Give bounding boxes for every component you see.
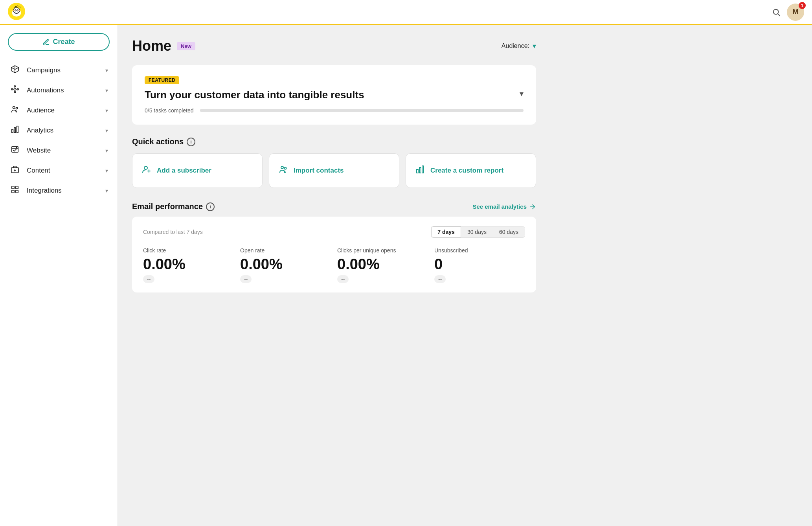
logo[interactable]: [8, 3, 25, 22]
create-report-label: Create a custom report: [430, 167, 503, 175]
open-rate-label: Open rate: [240, 247, 331, 254]
unsubscribed-change: --: [434, 275, 446, 283]
quick-actions-info-icon[interactable]: i: [187, 138, 195, 146]
create-label: Create: [53, 38, 75, 46]
audience-label: Audience:: [502, 42, 529, 50]
featured-card: FEATURED Turn your customer data into ta…: [132, 65, 536, 125]
svg-line-12: [778, 14, 780, 16]
svg-rect-32: [12, 186, 14, 189]
metric-click-rate: Click rate 0.00% --: [143, 247, 234, 283]
metrics-row: Click rate 0.00% -- Open rate 0.00% -- C…: [143, 247, 525, 283]
automations-icon: [9, 85, 20, 96]
automations-chevron: ▾: [105, 87, 108, 94]
metric-clicks-unique: Clicks per unique opens 0.00% --: [337, 247, 428, 283]
topbar: M 1: [0, 0, 812, 25]
page-title: Home: [132, 38, 171, 54]
create-button[interactable]: Create: [8, 33, 110, 51]
svg-point-22: [13, 107, 15, 109]
progress-text: 0/5 tasks completed: [145, 107, 194, 114]
app-body: Create Campaigns ▾: [0, 25, 812, 526]
svg-rect-41: [417, 169, 418, 173]
main-content: Home New Audience: ▾ FEATURED Turn your …: [118, 25, 812, 526]
add-subscriber-card[interactable]: Add a subscriber: [132, 153, 263, 188]
analytics-icon: [9, 125, 20, 136]
featured-card-header: Turn your customer data into tangible re…: [145, 89, 524, 107]
import-contacts-card[interactable]: Import contacts: [269, 153, 399, 188]
content-icon: [9, 165, 20, 176]
search-button[interactable]: [772, 8, 781, 17]
email-perf-title: Email performance: [132, 202, 203, 211]
quick-actions-header: Quick actions i: [132, 137, 536, 146]
integrations-label: Integrations: [27, 187, 99, 195]
svg-point-40: [285, 167, 287, 169]
perf-top-row: Compared to last 7 days 7 days 30 days 6…: [143, 226, 525, 238]
create-report-card[interactable]: Create a custom report: [406, 153, 536, 188]
website-icon: [9, 145, 20, 156]
metric-open-rate: Open rate 0.00% --: [240, 247, 331, 283]
integrations-chevron: ▾: [105, 188, 108, 194]
see-analytics-label: See email analytics: [472, 203, 527, 210]
unsubscribed-label: Unsubscribed: [434, 247, 525, 254]
audience-chevron-icon: ▾: [533, 42, 536, 50]
svg-point-28: [17, 147, 17, 148]
svg-rect-42: [419, 167, 421, 173]
performance-card: Compared to last 7 days 7 days 30 days 6…: [132, 217, 536, 292]
click-rate-value: 0.00%: [143, 256, 234, 273]
audience-icon: [9, 105, 20, 116]
add-subscriber-icon: [142, 165, 151, 177]
new-badge: New: [177, 42, 195, 50]
svg-rect-33: [16, 186, 18, 189]
audience-selector[interactable]: Audience: ▾: [502, 42, 536, 50]
svg-point-36: [144, 166, 147, 169]
sidebar-item-website[interactable]: Website ▾: [0, 140, 118, 160]
svg-rect-43: [422, 166, 424, 173]
svg-point-9: [13, 9, 15, 11]
import-contacts-icon: [279, 165, 288, 177]
audience-chevron: ▾: [105, 107, 108, 114]
avatar[interactable]: M 1: [787, 4, 804, 21]
content-label: Content: [27, 167, 99, 175]
7-days-button[interactable]: 7 days: [431, 226, 461, 237]
sidebar-item-analytics[interactable]: Analytics ▾: [0, 120, 118, 140]
analytics-chevron: ▾: [105, 127, 108, 134]
campaigns-label: Campaigns: [27, 66, 99, 74]
svg-point-10: [18, 9, 20, 11]
email-performance-header: Email performance i See email analytics: [132, 202, 536, 211]
analytics-label: Analytics: [27, 127, 99, 134]
page-title-row: Home New: [132, 38, 195, 54]
svg-point-8: [17, 9, 18, 10]
clicks-unique-value: 0.00%: [337, 256, 428, 273]
campaigns-icon: [9, 65, 20, 75]
website-chevron: ▾: [105, 147, 108, 154]
featured-chevron-icon[interactable]: ▾: [520, 89, 524, 98]
svg-point-39: [281, 166, 283, 169]
audience-label: Audience: [27, 107, 99, 114]
30-days-button[interactable]: 30 days: [461, 226, 493, 237]
progress-row: 0/5 tasks completed: [145, 107, 524, 114]
website-label: Website: [27, 147, 99, 154]
svg-rect-26: [17, 126, 18, 133]
open-rate-value: 0.00%: [240, 256, 331, 273]
svg-point-7: [15, 9, 16, 10]
compared-text: Compared to last 7 days: [143, 229, 203, 235]
quick-actions-grid: Add a subscriber Import contacts: [132, 153, 536, 188]
day-filter: 7 days 30 days 60 days: [431, 226, 525, 238]
email-perf-info-icon[interactable]: i: [206, 202, 215, 211]
create-report-icon: [415, 165, 425, 177]
email-perf-title-row: Email performance i: [132, 202, 215, 211]
content-chevron: ▾: [105, 167, 108, 174]
automations-label: Automations: [27, 86, 99, 94]
see-analytics-link[interactable]: See email analytics: [472, 203, 536, 210]
sidebar-item-integrations[interactable]: Integrations ▾: [0, 180, 118, 200]
sidebar-item-content[interactable]: Content ▾: [0, 160, 118, 180]
sidebar-item-audience[interactable]: Audience ▾: [0, 100, 118, 120]
60-days-button[interactable]: 60 days: [493, 226, 525, 237]
add-subscriber-label: Add a subscriber: [157, 167, 211, 175]
sidebar-item-automations[interactable]: Automations ▾: [0, 80, 118, 100]
sidebar-item-campaigns[interactable]: Campaigns ▾: [0, 60, 118, 80]
unsubscribed-value: 0: [434, 256, 525, 273]
clicks-unique-change: --: [337, 275, 349, 283]
campaigns-chevron: ▾: [105, 67, 108, 74]
notification-badge: 1: [799, 2, 806, 9]
svg-rect-25: [14, 127, 16, 132]
